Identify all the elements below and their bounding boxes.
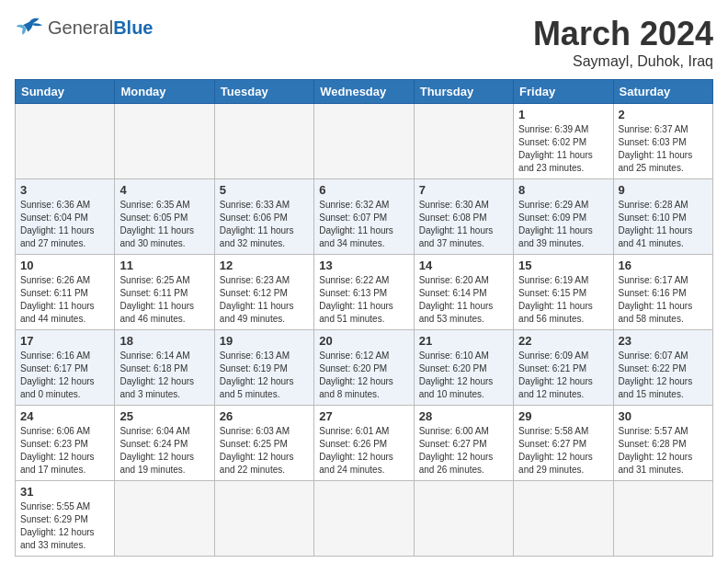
- calendar-cell: [414, 481, 513, 557]
- calendar-cell: 8Sunrise: 6:29 AM Sunset: 6:09 PM Daylig…: [514, 179, 613, 255]
- calendar-cell: [613, 481, 712, 557]
- day-number: 7: [419, 183, 508, 197]
- day-info: Sunrise: 6:07 AM Sunset: 6:22 PM Dayligh…: [619, 350, 708, 401]
- calendar-cell: 24Sunrise: 6:06 AM Sunset: 6:23 PM Dayli…: [16, 406, 115, 481]
- day-info: Sunrise: 6:00 AM Sunset: 6:27 PM Dayligh…: [419, 425, 508, 477]
- day-number: 8: [518, 183, 608, 197]
- day-number: 31: [20, 485, 109, 499]
- header-monday: Monday: [115, 80, 214, 104]
- calendar-cell: 27Sunrise: 6:01 AM Sunset: 6:26 PM Dayli…: [314, 406, 414, 481]
- calendar-cell: 1Sunrise: 6:39 AM Sunset: 6:02 PM Daylig…: [514, 104, 613, 179]
- header-saturday: Saturday: [613, 80, 712, 104]
- day-info: Sunrise: 6:16 AM Sunset: 6:17 PM Dayligh…: [20, 350, 109, 401]
- day-info: Sunrise: 6:39 AM Sunset: 6:02 PM Dayligh…: [518, 123, 608, 175]
- calendar-cell: 18Sunrise: 6:14 AM Sunset: 6:18 PM Dayli…: [115, 330, 214, 406]
- logo-text: GeneralBlue: [48, 17, 154, 39]
- day-info: Sunrise: 6:29 AM Sunset: 6:09 PM Dayligh…: [518, 199, 608, 250]
- header-tuesday: Tuesday: [214, 80, 313, 104]
- day-number: 22: [518, 334, 608, 348]
- day-number: 24: [20, 409, 109, 423]
- day-number: 2: [619, 108, 708, 121]
- day-number: 23: [619, 334, 708, 348]
- day-info: Sunrise: 5:58 AM Sunset: 6:27 PM Dayligh…: [518, 425, 608, 477]
- calendar-week-row: 17Sunrise: 6:16 AM Sunset: 6:17 PM Dayli…: [16, 330, 713, 406]
- day-number: 19: [220, 334, 309, 348]
- header-friday: Friday: [514, 80, 613, 104]
- day-number: 9: [619, 183, 708, 197]
- calendar-cell: 12Sunrise: 6:23 AM Sunset: 6:12 PM Dayli…: [214, 255, 313, 330]
- calendar-cell: 7Sunrise: 6:30 AM Sunset: 6:08 PM Daylig…: [414, 179, 513, 255]
- day-info: Sunrise: 6:20 AM Sunset: 6:14 PM Dayligh…: [419, 274, 508, 326]
- day-info: Sunrise: 6:17 AM Sunset: 6:16 PM Dayligh…: [619, 274, 708, 326]
- calendar-week-row: 31Sunrise: 5:55 AM Sunset: 6:29 PM Dayli…: [16, 481, 713, 557]
- calendar-cell: 29Sunrise: 5:58 AM Sunset: 6:27 PM Dayli…: [514, 406, 613, 481]
- calendar-week-row: 3Sunrise: 6:36 AM Sunset: 6:04 PM Daylig…: [16, 179, 713, 255]
- day-info: Sunrise: 6:04 AM Sunset: 6:24 PM Dayligh…: [119, 425, 209, 477]
- calendar-cell: [115, 104, 214, 179]
- calendar-cell: 28Sunrise: 6:00 AM Sunset: 6:27 PM Dayli…: [414, 406, 513, 481]
- day-info: Sunrise: 6:19 AM Sunset: 6:15 PM Dayligh…: [518, 274, 608, 326]
- day-info: Sunrise: 6:09 AM Sunset: 6:21 PM Dayligh…: [518, 350, 608, 401]
- day-number: 6: [319, 183, 408, 197]
- day-number: 30: [619, 409, 708, 423]
- day-number: 28: [419, 409, 508, 423]
- day-info: Sunrise: 5:57 AM Sunset: 6:28 PM Dayligh…: [619, 425, 708, 477]
- logo-icon: [15, 15, 44, 40]
- day-number: 17: [20, 334, 109, 348]
- day-info: Sunrise: 6:35 AM Sunset: 6:05 PM Dayligh…: [119, 199, 209, 250]
- calendar-cell: 4Sunrise: 6:35 AM Sunset: 6:05 PM Daylig…: [115, 179, 214, 255]
- calendar-cell: 5Sunrise: 6:33 AM Sunset: 6:06 PM Daylig…: [214, 179, 313, 255]
- header-thursday: Thursday: [414, 80, 513, 104]
- calendar-cell: 2Sunrise: 6:37 AM Sunset: 6:03 PM Daylig…: [613, 104, 712, 179]
- calendar-cell: 30Sunrise: 5:57 AM Sunset: 6:28 PM Dayli…: [613, 406, 712, 481]
- day-info: Sunrise: 6:28 AM Sunset: 6:10 PM Dayligh…: [619, 199, 708, 250]
- calendar-cell: 14Sunrise: 6:20 AM Sunset: 6:14 PM Dayli…: [414, 255, 513, 330]
- day-number: 4: [119, 183, 209, 197]
- day-info: Sunrise: 6:01 AM Sunset: 6:26 PM Dayligh…: [319, 425, 408, 477]
- day-number: 21: [419, 334, 508, 348]
- day-number: 16: [619, 259, 708, 272]
- day-info: Sunrise: 6:36 AM Sunset: 6:04 PM Dayligh…: [20, 199, 109, 250]
- header-wednesday: Wednesday: [314, 80, 414, 104]
- day-info: Sunrise: 6:06 AM Sunset: 6:23 PM Dayligh…: [20, 425, 109, 477]
- month-title: March 2024: [533, 15, 713, 53]
- calendar-title-area: March 2024 Saymayl, Duhok, Iraq: [533, 15, 713, 70]
- calendar-cell: 6Sunrise: 6:32 AM Sunset: 6:07 PM Daylig…: [314, 179, 414, 255]
- location-title: Saymayl, Duhok, Iraq: [533, 53, 713, 70]
- calendar-cell: 25Sunrise: 6:04 AM Sunset: 6:24 PM Dayli…: [115, 406, 214, 481]
- day-info: Sunrise: 6:23 AM Sunset: 6:12 PM Dayligh…: [220, 274, 309, 326]
- day-info: Sunrise: 6:25 AM Sunset: 6:11 PM Dayligh…: [119, 274, 209, 326]
- calendar-cell: 19Sunrise: 6:13 AM Sunset: 6:19 PM Dayli…: [214, 330, 313, 406]
- calendar-cell: 9Sunrise: 6:28 AM Sunset: 6:10 PM Daylig…: [613, 179, 712, 255]
- day-info: Sunrise: 5:55 AM Sunset: 6:29 PM Dayligh…: [20, 500, 109, 552]
- calendar-cell: 3Sunrise: 6:36 AM Sunset: 6:04 PM Daylig…: [16, 179, 115, 255]
- day-number: 12: [220, 259, 309, 272]
- day-info: Sunrise: 6:33 AM Sunset: 6:06 PM Dayligh…: [220, 199, 309, 250]
- calendar-cell: 17Sunrise: 6:16 AM Sunset: 6:17 PM Dayli…: [16, 330, 115, 406]
- calendar-cell: 26Sunrise: 6:03 AM Sunset: 6:25 PM Dayli…: [214, 406, 313, 481]
- calendar-cell: [214, 481, 313, 557]
- day-info: Sunrise: 6:12 AM Sunset: 6:20 PM Dayligh…: [319, 350, 408, 401]
- day-number: 27: [319, 409, 408, 423]
- day-number: 3: [20, 183, 109, 197]
- calendar-cell: [16, 104, 115, 179]
- day-info: Sunrise: 6:30 AM Sunset: 6:08 PM Dayligh…: [419, 199, 508, 250]
- calendar-cell: [214, 104, 313, 179]
- calendar-cell: [314, 104, 414, 179]
- calendar-week-row: 1Sunrise: 6:39 AM Sunset: 6:02 PM Daylig…: [16, 104, 713, 179]
- calendar-cell: 11Sunrise: 6:25 AM Sunset: 6:11 PM Dayli…: [115, 255, 214, 330]
- calendar-table: Sunday Monday Tuesday Wednesday Thursday…: [15, 79, 713, 557]
- day-info: Sunrise: 6:13 AM Sunset: 6:19 PM Dayligh…: [220, 350, 309, 401]
- day-info: Sunrise: 6:22 AM Sunset: 6:13 PM Dayligh…: [319, 274, 408, 326]
- day-number: 14: [419, 259, 508, 272]
- calendar-cell: 22Sunrise: 6:09 AM Sunset: 6:21 PM Dayli…: [514, 330, 613, 406]
- calendar-cell: [115, 481, 214, 557]
- day-info: Sunrise: 6:10 AM Sunset: 6:20 PM Dayligh…: [419, 350, 508, 401]
- day-number: 11: [119, 259, 209, 272]
- calendar-cell: 21Sunrise: 6:10 AM Sunset: 6:20 PM Dayli…: [414, 330, 513, 406]
- calendar-cell: 15Sunrise: 6:19 AM Sunset: 6:15 PM Dayli…: [514, 255, 613, 330]
- day-number: 26: [220, 409, 309, 423]
- day-info: Sunrise: 6:03 AM Sunset: 6:25 PM Dayligh…: [220, 425, 309, 477]
- calendar-cell: [314, 481, 414, 557]
- calendar-cell: 13Sunrise: 6:22 AM Sunset: 6:13 PM Dayli…: [314, 255, 414, 330]
